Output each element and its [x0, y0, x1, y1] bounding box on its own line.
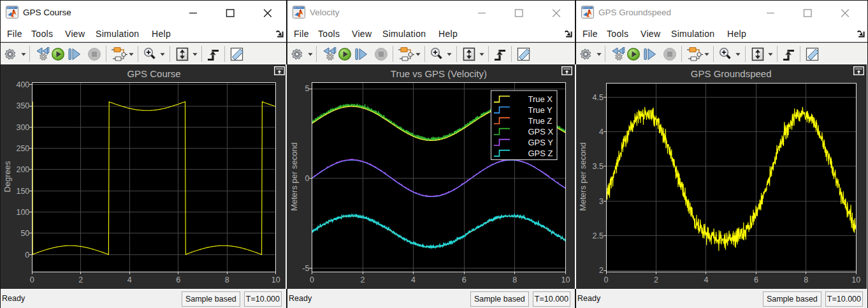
svg-text:0: 0 [305, 174, 309, 183]
svg-text:5: 5 [305, 84, 309, 93]
svg-text:True Z: True Z [528, 116, 553, 126]
svg-text:3: 3 [599, 197, 604, 206]
svg-text:0: 0 [30, 275, 34, 284]
svg-text:6: 6 [176, 275, 180, 284]
svg-text:Degrees: Degrees [3, 161, 12, 193]
svg-text:10: 10 [271, 275, 280, 284]
svg-text:10: 10 [851, 275, 860, 284]
svg-text:True vs GPS (Velocity): True vs GPS (Velocity) [391, 68, 487, 79]
svg-text:100: 100 [16, 208, 29, 217]
svg-text:4: 4 [704, 275, 708, 284]
svg-text:400: 400 [16, 80, 29, 89]
svg-text:250: 250 [16, 144, 29, 153]
svg-text:GPS X: GPS X [528, 127, 554, 136]
svg-text:2: 2 [78, 275, 83, 284]
svg-text:200: 200 [16, 165, 29, 174]
svg-text:2.5: 2.5 [593, 231, 604, 240]
svg-text:0: 0 [604, 275, 609, 284]
svg-text:4: 4 [411, 275, 416, 284]
svg-text:GPS Z: GPS Z [528, 149, 553, 158]
svg-text:True Y: True Y [528, 105, 553, 115]
svg-text:50: 50 [20, 229, 29, 238]
svg-text:Meters per second: Meters per second [578, 142, 588, 211]
svg-text:300: 300 [16, 123, 29, 132]
svg-text:GPS Y: GPS Y [528, 138, 554, 147]
svg-text:True X: True X [528, 94, 553, 104]
svg-text:0: 0 [25, 251, 29, 260]
svg-text:10: 10 [561, 275, 570, 284]
svg-text:Meters per second: Meters per second [289, 142, 299, 211]
svg-text:350: 350 [16, 101, 29, 110]
svg-text:6: 6 [462, 275, 467, 284]
svg-text:8: 8 [512, 275, 517, 284]
svg-text:2: 2 [654, 275, 658, 284]
svg-text:6: 6 [754, 275, 758, 284]
svg-text:2: 2 [361, 275, 365, 284]
svg-text:4: 4 [599, 128, 604, 136]
svg-text:4.5: 4.5 [593, 93, 604, 102]
svg-text:0: 0 [310, 275, 314, 284]
svg-text:8: 8 [225, 275, 229, 284]
svg-text:4: 4 [127, 275, 132, 284]
svg-text:2: 2 [599, 266, 604, 275]
svg-text:GPS Groundspeed: GPS Groundspeed [691, 68, 772, 79]
svg-text:150: 150 [16, 187, 29, 196]
svg-text:8: 8 [804, 275, 808, 284]
svg-text:GPS Course: GPS Course [127, 68, 180, 79]
svg-text:3.5: 3.5 [593, 162, 604, 171]
svg-text:-5: -5 [302, 264, 309, 273]
